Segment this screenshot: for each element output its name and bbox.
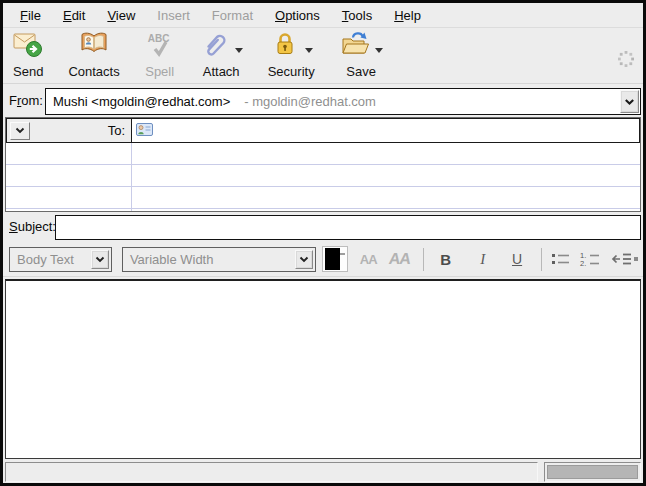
bold-button[interactable]: B bbox=[433, 246, 458, 272]
subject-label: Subject: bbox=[9, 219, 56, 234]
outdent-button[interactable] bbox=[609, 246, 634, 272]
numbered-list-icon: 1. 2. bbox=[579, 250, 601, 268]
attach-icon bbox=[200, 29, 230, 63]
menu-help[interactable]: Help bbox=[383, 5, 432, 26]
recipients-area: To: bbox=[5, 117, 641, 212]
send-icon bbox=[13, 29, 43, 63]
save-label: Save bbox=[346, 64, 376, 79]
row-divider bbox=[6, 164, 640, 165]
outdent-icon bbox=[611, 250, 633, 268]
color-swatch-icon bbox=[325, 248, 340, 270]
text-color-button[interactable] bbox=[322, 246, 347, 272]
send-label: Send bbox=[13, 64, 43, 79]
spell-button: ABC Spell bbox=[139, 31, 181, 79]
font-dropdown-button[interactable] bbox=[295, 250, 313, 269]
chevron-down-icon bbox=[299, 256, 309, 263]
from-label: From: bbox=[9, 93, 43, 108]
from-combo-dropdown-button[interactable] bbox=[620, 90, 639, 113]
contact-card-icon bbox=[136, 122, 153, 140]
spell-check-icon: ABC bbox=[145, 33, 175, 63]
toolbar-separator bbox=[423, 248, 424, 271]
message-body-editor[interactable] bbox=[5, 279, 641, 459]
svg-text:2.: 2. bbox=[580, 259, 586, 268]
italic-button[interactable]: I bbox=[470, 246, 495, 272]
security-lock-icon bbox=[270, 29, 300, 63]
row-divider bbox=[6, 208, 640, 209]
menu-file[interactable]: File bbox=[9, 5, 52, 26]
recipient-type-label: To: bbox=[30, 123, 131, 138]
row-divider bbox=[6, 186, 640, 187]
security-dropdown-arrow-icon[interactable] bbox=[305, 48, 313, 53]
column-divider bbox=[131, 143, 132, 211]
from-identity-value: Mushi <mgoldin@redhat.com> bbox=[53, 94, 230, 109]
menu-tools[interactable]: Tools bbox=[331, 5, 383, 26]
numbered-list-button[interactable]: 1. 2. bbox=[578, 246, 603, 272]
security-label: Security bbox=[268, 64, 315, 79]
menu-format: Format bbox=[201, 5, 264, 26]
underline-button[interactable]: U bbox=[504, 246, 529, 272]
increase-font-size-button: AA bbox=[387, 246, 412, 272]
from-row: From: Mushi <mgoldin@redhat.com> - mgold… bbox=[3, 85, 643, 117]
recipient-header-row: To: bbox=[6, 118, 640, 143]
spell-label: Spell bbox=[145, 64, 174, 79]
progress-fill bbox=[547, 465, 638, 479]
recipient-empty-rows[interactable] bbox=[6, 143, 640, 211]
throbber-icon bbox=[617, 50, 635, 72]
contacts-label: Contacts bbox=[68, 64, 119, 79]
contacts-button[interactable]: Contacts bbox=[62, 31, 125, 79]
main-toolbar: Send Contacts ABC Spell bbox=[3, 28, 643, 84]
bullet-list-icon bbox=[550, 250, 572, 268]
status-message bbox=[5, 462, 538, 482]
toolbar-overflow-icon[interactable] bbox=[634, 257, 638, 261]
security-button[interactable]: Security bbox=[262, 31, 321, 79]
menu-view[interactable]: View bbox=[96, 5, 146, 26]
send-button[interactable]: Send bbox=[7, 31, 49, 79]
from-account-hint: - mgoldin@redhat.com bbox=[244, 94, 376, 109]
attach-button[interactable]: Attach bbox=[194, 31, 249, 79]
chevron-down-icon bbox=[15, 127, 25, 134]
font-value: Variable Width bbox=[123, 252, 315, 267]
from-identity-combo[interactable]: Mushi <mgoldin@redhat.com> - mgoldin@red… bbox=[45, 88, 641, 115]
chevron-down-icon bbox=[95, 256, 105, 263]
attach-label: Attach bbox=[203, 64, 240, 79]
menu-edit[interactable]: Edit bbox=[52, 5, 96, 26]
chevron-down-icon bbox=[624, 98, 635, 106]
compose-window: File Edit View Insert Format Options Too… bbox=[0, 0, 646, 486]
recipient-input[interactable] bbox=[132, 118, 640, 143]
progress-meter bbox=[544, 462, 641, 482]
save-button[interactable]: Save bbox=[334, 31, 389, 79]
subject-row: Subject: bbox=[3, 213, 643, 242]
menu-bar: File Edit View Insert Format Options Too… bbox=[3, 3, 643, 28]
paragraph-format-select[interactable]: Body Text bbox=[9, 247, 112, 272]
attach-dropdown-arrow-icon[interactable] bbox=[235, 48, 243, 53]
save-icon bbox=[340, 29, 370, 63]
subject-input[interactable] bbox=[55, 215, 641, 240]
contacts-icon bbox=[79, 29, 109, 63]
decrease-font-size-button: AA bbox=[356, 246, 381, 272]
font-select[interactable]: Variable Width bbox=[122, 247, 316, 272]
recipient-type-button[interactable]: To: bbox=[6, 118, 132, 143]
menu-options[interactable]: Options bbox=[264, 5, 331, 26]
color-dropdown-dash-icon bbox=[340, 253, 345, 255]
bullet-list-button[interactable] bbox=[549, 246, 574, 272]
paragraph-format-dropdown-button[interactable] bbox=[91, 250, 109, 269]
toolbar-separator bbox=[541, 248, 542, 271]
format-toolbar: Body Text Variable Width AA AA B I U bbox=[3, 242, 643, 277]
status-bar bbox=[3, 461, 643, 483]
recipient-type-dropdown-button[interactable] bbox=[10, 122, 30, 140]
menu-insert: Insert bbox=[146, 5, 201, 26]
save-dropdown-arrow-icon[interactable] bbox=[375, 48, 383, 53]
